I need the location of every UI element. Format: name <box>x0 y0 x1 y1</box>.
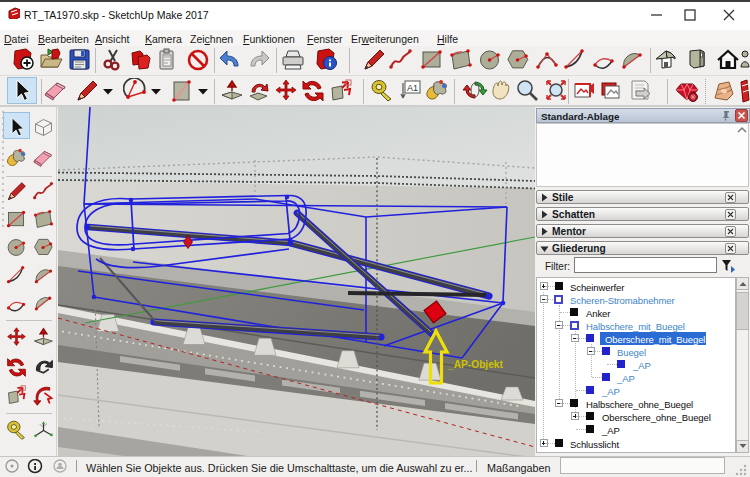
svg-text:_AP-Objekt: _AP-Objekt <box>447 359 504 370</box>
svg-text:A1: A1 <box>407 83 418 93</box>
